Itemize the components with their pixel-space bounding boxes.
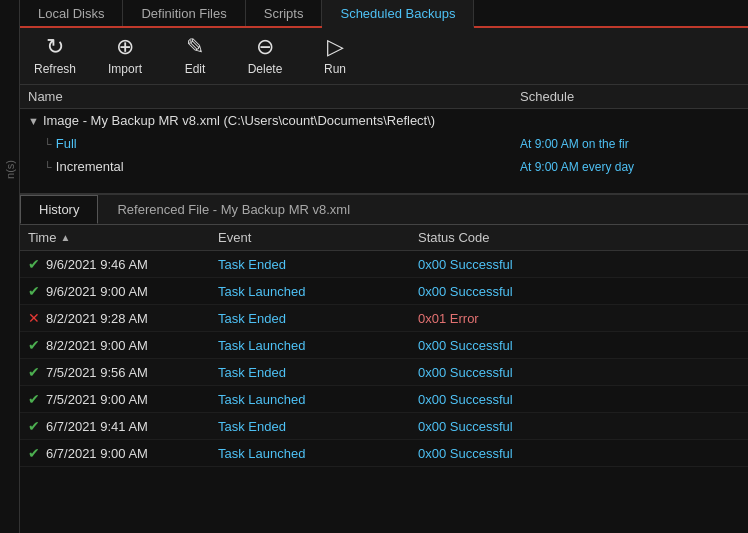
history-col-event: Event: [218, 230, 418, 245]
row-status-code: 0x00 Successful: [418, 257, 740, 272]
backup-list: Name Schedule ▼ Image - My Backup MR v8.…: [20, 85, 748, 195]
sort-arrow-icon: ▲: [60, 232, 70, 243]
row-status-code: 0x00 Successful: [418, 392, 740, 407]
refresh-button[interactable]: ↻ Refresh: [30, 36, 80, 76]
history-col-time: Time ▲: [28, 230, 218, 245]
run-button[interactable]: ▷ Run: [310, 36, 360, 76]
row-status-icon: ✔: [28, 364, 40, 380]
row-time: ✔ 8/2/2021 9:00 AM: [28, 337, 218, 353]
backup-child-full-name: Full: [56, 136, 520, 151]
row-time: ✔ 6/7/2021 9:41 AM: [28, 418, 218, 434]
history-rows-container: ✔ 9/6/2021 9:46 AM Task Ended 0x00 Succe…: [20, 251, 748, 467]
row-event: Task Ended: [218, 257, 418, 272]
row-time: ✔ 9/6/2021 9:46 AM: [28, 256, 218, 272]
row-status-icon: ✔: [28, 445, 40, 461]
row-status-icon: ✔: [28, 391, 40, 407]
tab-definition-files[interactable]: Definition Files: [123, 0, 245, 26]
history-row[interactable]: ✔ 6/7/2021 9:00 AM Task Launched 0x00 Su…: [20, 440, 748, 467]
tab-bar: Local Disks Definition Files Scripts Sch…: [20, 0, 748, 28]
col-header-schedule: Schedule: [520, 89, 740, 104]
edit-button[interactable]: ✎ Edit: [170, 36, 220, 76]
backup-child-full[interactable]: └ Full At 9:00 AM on the fir: [20, 132, 748, 155]
left-sidebar: n(s): [0, 0, 20, 533]
row-event: Task Launched: [218, 446, 418, 461]
delete-button[interactable]: ⊖ Delete: [240, 36, 290, 76]
row-event: Task Ended: [218, 311, 418, 326]
backup-child-incremental[interactable]: └ Incremental At 9:00 AM every day: [20, 155, 748, 178]
history-table: Time ▲ Event Status Code ✔ 9/6/2021 9:46…: [20, 225, 748, 533]
row-event: Task Launched: [218, 284, 418, 299]
history-section: History Referenced File - My Backup MR v…: [20, 195, 748, 533]
row-time: ✕ 8/2/2021 9:28 AM: [28, 310, 218, 326]
row-status-icon: ✔: [28, 256, 40, 272]
row-status-code: 0x00 Successful: [418, 446, 740, 461]
backup-child-full-name-text: Full: [56, 136, 77, 151]
history-row[interactable]: ✔ 9/6/2021 9:00 AM Task Launched 0x00 Su…: [20, 278, 748, 305]
sidebar-label: n(s): [4, 160, 16, 179]
app-window: n(s) Local Disks Definition Files Script…: [0, 0, 748, 533]
backup-column-headers: Name Schedule: [20, 85, 748, 109]
history-row[interactable]: ✔ 7/5/2021 9:56 AM Task Ended 0x00 Succe…: [20, 359, 748, 386]
delete-icon: ⊖: [256, 36, 274, 58]
tree-line-icon: └: [44, 138, 52, 150]
history-row[interactable]: ✔ 6/7/2021 9:41 AM Task Ended 0x00 Succe…: [20, 413, 748, 440]
row-event: Task Ended: [218, 419, 418, 434]
row-time: ✔ 9/6/2021 9:00 AM: [28, 283, 218, 299]
row-status-code: 0x01 Error: [418, 311, 740, 326]
tab-scripts[interactable]: Scripts: [246, 0, 323, 26]
row-event: Task Launched: [218, 392, 418, 407]
history-tab-referenced-file[interactable]: Referenced File - My Backup MR v8.xml: [98, 195, 369, 224]
import-button[interactable]: ⊕ Import: [100, 36, 150, 76]
history-header-row: Time ▲ Event Status Code: [20, 225, 748, 251]
refresh-label: Refresh: [34, 62, 76, 76]
row-time: ✔ 7/5/2021 9:56 AM: [28, 364, 218, 380]
row-status-code: 0x00 Successful: [418, 365, 740, 380]
row-status-icon: ✕: [28, 310, 40, 326]
tab-scheduled-backups[interactable]: Scheduled Backups: [322, 0, 474, 28]
history-col-status: Status Code: [418, 230, 740, 245]
row-event: Task Ended: [218, 365, 418, 380]
history-row[interactable]: ✕ 8/2/2021 9:28 AM Task Ended 0x01 Error: [20, 305, 748, 332]
main-area: Local Disks Definition Files Scripts Sch…: [20, 0, 748, 533]
refresh-icon: ↻: [46, 36, 64, 58]
expand-icon: ▼: [28, 115, 39, 127]
row-time: ✔ 6/7/2021 9:00 AM: [28, 445, 218, 461]
row-status-code: 0x00 Successful: [418, 284, 740, 299]
tree-line-icon-2: └: [44, 161, 52, 173]
history-row[interactable]: ✔ 9/6/2021 9:46 AM Task Ended 0x00 Succe…: [20, 251, 748, 278]
history-tab-history[interactable]: History: [20, 195, 98, 224]
toolbar: ↻ Refresh ⊕ Import ✎ Edit ⊖ Delete ▷ Run: [20, 28, 748, 85]
backup-parent-name: Image - My Backup MR v8.xml (C:\Users\co…: [43, 113, 435, 128]
col-header-name: Name: [28, 89, 520, 104]
import-label: Import: [108, 62, 142, 76]
import-icon: ⊕: [116, 36, 134, 58]
row-status-icon: ✔: [28, 283, 40, 299]
history-tab-bar: History Referenced File - My Backup MR v…: [20, 195, 748, 225]
row-status-code: 0x00 Successful: [418, 419, 740, 434]
backup-parent-row[interactable]: ▼ Image - My Backup MR v8.xml (C:\Users\…: [20, 109, 748, 132]
delete-label: Delete: [248, 62, 283, 76]
row-status-code: 0x00 Successful: [418, 338, 740, 353]
backup-child-incremental-name-text: Incremental: [56, 159, 520, 174]
edit-icon: ✎: [186, 36, 204, 58]
run-icon: ▷: [327, 36, 344, 58]
backup-child-incremental-schedule: At 9:00 AM every day: [520, 160, 740, 174]
row-time: ✔ 7/5/2021 9:00 AM: [28, 391, 218, 407]
tab-local-disks[interactable]: Local Disks: [20, 0, 123, 26]
history-row[interactable]: ✔ 7/5/2021 9:00 AM Task Launched 0x00 Su…: [20, 386, 748, 413]
row-event: Task Launched: [218, 338, 418, 353]
history-row[interactable]: ✔ 8/2/2021 9:00 AM Task Launched 0x00 Su…: [20, 332, 748, 359]
edit-label: Edit: [185, 62, 206, 76]
row-status-icon: ✔: [28, 418, 40, 434]
run-label: Run: [324, 62, 346, 76]
backup-child-full-schedule: At 9:00 AM on the fir: [520, 137, 740, 151]
row-status-icon: ✔: [28, 337, 40, 353]
